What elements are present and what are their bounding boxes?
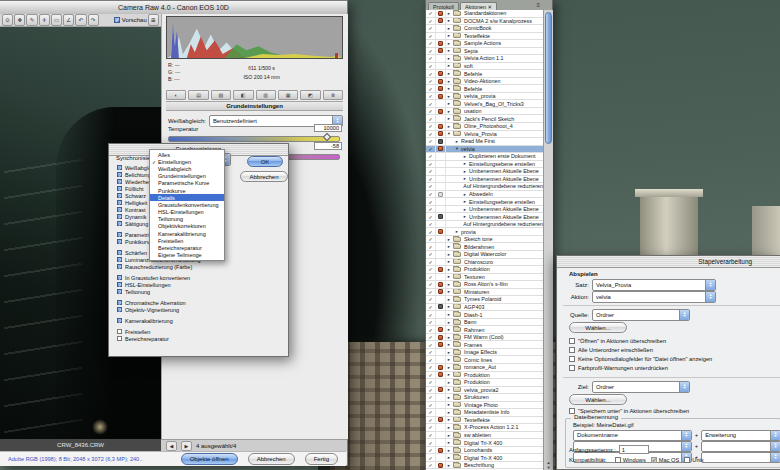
action-row[interactable]: Texteffekte — [426, 417, 543, 425]
action-row[interactable]: Jacki's Pencil Sketch — [426, 115, 543, 123]
batch-option-row[interactable]: "Öffnen" in Aktionen überschreiben — [569, 338, 666, 344]
modal-dialog-toggle-icon[interactable] — [438, 387, 443, 392]
action-row[interactable]: Bilderahmen — [426, 243, 543, 251]
expand-arrow-icon[interactable] — [446, 395, 452, 400]
action-row[interactable]: Tymes Polaroid — [426, 296, 543, 304]
camera-raw-titlebar[interactable]: Camera Raw 4.0 - Canon EOS 10D — [0, 1, 347, 15]
action-row[interactable]: Einstellungsebene erstellen — [426, 161, 543, 169]
expand-arrow-icon[interactable] — [446, 116, 452, 121]
batch-option-row[interactable]: Keine Optionsdialogfelder für "Datei öff… — [569, 356, 712, 362]
action-include-check[interactable] — [428, 312, 432, 318]
modal-dialog-toggle-icon[interactable] — [438, 169, 443, 174]
action-include-check[interactable] — [428, 455, 432, 461]
modal-dialog-toggle-icon[interactable] — [438, 380, 443, 385]
modal-dialog-toggle-icon[interactable] — [438, 11, 443, 16]
action-row[interactable]: Read Me First — [426, 138, 543, 146]
action-include-check[interactable] — [428, 199, 432, 205]
expand-arrow-icon[interactable] — [446, 11, 452, 16]
modal-dialog-toggle-icon[interactable] — [438, 199, 443, 204]
modal-dialog-toggle-icon[interactable] — [438, 146, 443, 151]
action-include-check[interactable] — [428, 55, 432, 61]
action-row[interactable]: Sepia — [426, 48, 543, 56]
modal-dialog-toggle-icon[interactable] — [438, 116, 443, 121]
action-row[interactable]: provia — [426, 228, 543, 236]
modal-dialog-toggle-icon[interactable] — [438, 320, 443, 325]
action-include-check[interactable] — [428, 462, 432, 468]
batch-option-row[interactable]: Alle Unterordner einschließen — [569, 347, 653, 353]
tint-value[interactable]: -58 — [314, 142, 342, 150]
expand-arrow-icon[interactable] — [446, 365, 452, 370]
action-row[interactable]: Umbenennen Aktuelle Ebene — [426, 168, 543, 176]
action-row[interactable]: X-Process Action 1.2.1 — [426, 424, 543, 432]
action-row[interactable]: Rahmen — [426, 326, 543, 334]
action-row[interactable]: Vintage Photo — [426, 402, 543, 410]
modal-dialog-toggle-icon[interactable] — [438, 244, 443, 249]
modal-dialog-toggle-icon[interactable] — [438, 222, 443, 227]
modal-dialog-toggle-icon[interactable] — [438, 154, 443, 159]
panel-tab-icon[interactable]: ▥ — [256, 90, 276, 100]
prev-image-button[interactable]: ◀ — [166, 441, 177, 451]
sync-option-checkbox[interactable] — [117, 275, 122, 280]
compat-option[interactable]: Unix — [684, 457, 703, 463]
modal-dialog-toggle-icon[interactable] — [438, 327, 443, 332]
action-include-check[interactable] — [428, 387, 432, 393]
expand-arrow-icon[interactable] — [446, 463, 452, 468]
action-include-check[interactable] — [428, 394, 432, 400]
sync-scope-menu-item[interactable]: Parametrische Kurve — [150, 180, 224, 187]
action-row[interactable]: Produktion — [426, 266, 543, 274]
modal-dialog-toggle-icon[interactable] — [438, 124, 443, 129]
expand-arrow-icon[interactable] — [446, 335, 452, 340]
action-row[interactable]: Einstellungsebene erstellen — [426, 198, 543, 206]
expand-arrow-icon[interactable] — [446, 259, 452, 264]
sync-option-checkbox[interactable] — [117, 221, 122, 226]
action-include-check[interactable] — [428, 40, 432, 46]
expand-arrow-icon[interactable] — [446, 440, 452, 445]
sync-scope-menu-item[interactable]: Graustufenkonvertierung — [150, 201, 224, 208]
modal-dialog-toggle-icon[interactable] — [438, 109, 443, 114]
sync-ok-button[interactable]: OK — [247, 156, 283, 167]
sync-option-row[interactable]: Freistellen — [117, 328, 237, 335]
modal-dialog-toggle-icon[interactable] — [438, 455, 443, 460]
hand-tool-icon[interactable]: ✥ — [14, 14, 25, 26]
modal-dialog-toggle-icon[interactable] — [438, 289, 443, 294]
action-include-check[interactable] — [428, 206, 432, 212]
modal-dialog-toggle-icon[interactable] — [438, 41, 443, 46]
modal-dialog-toggle-icon[interactable] — [438, 56, 443, 61]
modal-dialog-toggle-icon[interactable] — [438, 463, 443, 468]
cancel-button[interactable]: Abbrechen — [248, 453, 295, 465]
modal-dialog-toggle-icon[interactable] — [438, 267, 443, 272]
sync-scope-menu-item[interactable]: Kamerakalibrierung — [150, 230, 224, 237]
serial-input[interactable]: 1 — [619, 445, 649, 454]
action-include-check[interactable] — [428, 259, 432, 265]
action-include-check[interactable] — [428, 334, 432, 340]
action-row[interactable]: Sketch tone — [426, 236, 543, 244]
action-include-check[interactable] — [428, 424, 432, 430]
expand-arrow-icon[interactable] — [446, 274, 452, 279]
modal-dialog-toggle-icon[interactable] — [438, 417, 443, 422]
naming-part-dropdown[interactable]: Erweiterung ▲▼ — [701, 430, 780, 441]
action-row[interactable]: FM Warm (Cool) — [426, 334, 543, 342]
expand-arrow-icon[interactable] — [446, 109, 452, 114]
action-include-check[interactable] — [428, 214, 432, 220]
action-row[interactable]: Befehle — [426, 70, 543, 78]
sync-scope-menu-item[interactable]: Freistellen — [150, 237, 224, 244]
modal-dialog-toggle-icon[interactable] — [438, 207, 443, 212]
action-include-check[interactable] — [428, 221, 432, 227]
sync-option-checkbox[interactable] — [117, 329, 122, 334]
action-row[interactable]: Umbenennen Aktuelle Ebene — [426, 176, 543, 184]
action-row[interactable]: sw ableiten — [426, 432, 543, 440]
expand-arrow-icon[interactable] — [446, 433, 452, 438]
expand-arrow-icon[interactable] — [446, 101, 452, 106]
modal-dialog-toggle-icon[interactable] — [438, 350, 443, 355]
action-row[interactable]: Velvia Action 1.1 — [426, 55, 543, 63]
modal-dialog-toggle-icon[interactable] — [438, 282, 443, 287]
expand-arrow-icon[interactable] — [446, 304, 452, 309]
action-include-check[interactable] — [428, 289, 432, 295]
expand-arrow-icon[interactable] — [446, 94, 452, 99]
done-button[interactable]: Fertig — [305, 453, 338, 465]
modal-dialog-toggle-icon[interactable] — [438, 48, 443, 53]
modal-dialog-toggle-icon[interactable] — [438, 139, 443, 144]
panel-menu-icon[interactable]: ≡ — [536, 2, 540, 8]
action-include-check[interactable] — [428, 116, 432, 122]
expand-arrow-icon[interactable] — [446, 63, 452, 68]
